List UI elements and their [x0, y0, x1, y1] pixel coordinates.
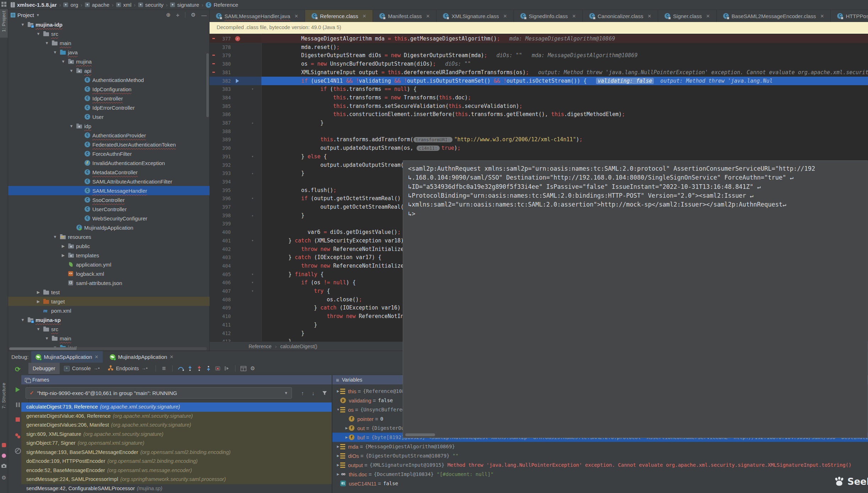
line-number[interactable]: 384 [210, 93, 231, 102]
stripe-tab-structure[interactable]: 7: Structure [1, 383, 6, 409]
step-into-icon[interactable] [185, 365, 195, 372]
line-number[interactable]: 389 [210, 135, 231, 144]
chevron-collapsed-icon[interactable]: ▶ [336, 389, 340, 393]
tab-Canonicalizer.class[interactable]: CCanonicalizer.class✕ [583, 10, 658, 22]
fold-marker-icon[interactable]: ▾ [251, 152, 254, 161]
project-tree-vscrollbar[interactable] [206, 53, 209, 117]
tree-item-test[interactable]: ▶test [8, 287, 210, 297]
debugger-settings-icon[interactable]: ⚙ [248, 365, 257, 372]
tree-item-MetadataController[interactable]: CMetadataController [8, 168, 210, 177]
frame-row[interactable]: signMessage:193, BaseSAML2MessageEncoder… [21, 448, 332, 457]
code-line-388[interactable]: 388 [210, 127, 868, 136]
tree-item-templates[interactable]: ▶templates [8, 251, 210, 260]
code-line-385[interactable]: 385this.transforms.setSecureValidation(t… [210, 102, 868, 110]
frame-row[interactable]: sendMessage:224, SAMLProcessorImpl(org.s… [21, 475, 332, 484]
camera-icon[interactable] [1, 464, 7, 469]
tree-item-public[interactable]: ▶public [8, 241, 210, 251]
chevron-expanded-icon[interactable]: ▼ [53, 235, 58, 239]
variable-row-diOs[interactable]: ▶diOs={DigesterOutputStream@10879} "" [332, 451, 868, 460]
close-icon[interactable]: ✕ [426, 13, 430, 19]
line-number[interactable]: 378 [210, 43, 231, 51]
chevron-down-icon[interactable]: ▼ [36, 13, 40, 17]
prev-frame-icon[interactable]: ↑ [298, 389, 307, 397]
line-number[interactable]: 398 [210, 211, 231, 220]
code-line-384[interactable]: 384this.transforms = new Transforms(this… [210, 93, 868, 102]
debug-session-tab-MujinaSpApplication[interactable]: MujinaSpApplication✕ [31, 351, 103, 363]
tab-Manifest.class[interactable]: CManifest.class✕ [373, 10, 436, 22]
collapse-all-icon[interactable]: ÷ [176, 12, 179, 18]
hide-panel-icon[interactable]: — [201, 12, 207, 18]
code-line-383[interactable]: 383▾if (this.transforms == null) { [210, 85, 868, 93]
settings-icon[interactable]: ⚙ [1, 475, 7, 481]
close-icon[interactable]: ✕ [503, 13, 507, 19]
fold-marker-icon[interactable]: ▴ [251, 169, 254, 177]
panel-settings-icon[interactable]: ⚙ [191, 12, 196, 18]
close-icon[interactable]: ✕ [706, 13, 710, 19]
code-line-377[interactable]: 377✓MessageDigestAlgorithm mda = this.ge… [210, 34, 868, 43]
tree-item-InvalidAuthenticationException[interactable]: InvalidAuthenticationException [8, 158, 210, 168]
line-number[interactable]: 396 [210, 194, 231, 203]
chevron-expanded-icon[interactable]: ▼ [20, 318, 25, 322]
line-number[interactable]: 405 [210, 270, 231, 279]
debugger-view-tab-Endpoints[interactable]: Endpoints→• [104, 363, 152, 374]
chevron-expanded-icon[interactable]: ▼ [36, 327, 41, 331]
chevron-collapsed-icon[interactable]: ▶ [336, 463, 340, 467]
line-number[interactable]: 397 [210, 203, 231, 211]
fold-marker-icon[interactable]: ▾ [251, 278, 254, 287]
variable-row-mda[interactable]: ▶mda={MessageDigestAlgorithm@10869} [332, 442, 868, 451]
code-line-382[interactable]: 382if (useC14N11 && !validating && !outp… [210, 77, 868, 85]
code-line-390[interactable]: 390output.updateOutputStream(os, c14n11:… [210, 144, 868, 152]
line-number[interactable]: 394 [210, 177, 231, 186]
tree-item-resources[interactable]: ▼resources [8, 232, 210, 241]
line-number[interactable]: 413 [210, 337, 231, 341]
line-number[interactable]: 404 [210, 262, 231, 270]
line-number[interactable]: 410 [210, 312, 231, 321]
tree-item-target[interactable]: ▶target [8, 297, 210, 306]
frame-row[interactable]: signObject:77, Signer(org.opensaml.xml.s… [21, 439, 332, 448]
menu-grid-icon[interactable] [1, 1, 7, 7]
line-number[interactable]: 388 [210, 127, 231, 136]
code-line-386[interactable]: 386this.constructionElement.insertBefore… [210, 110, 868, 119]
view-breakpoints-icon[interactable] [14, 432, 21, 439]
line-number[interactable]: 392 [210, 161, 231, 169]
tree-item-logback.xml[interactable]: <>logback.xml [8, 269, 210, 278]
close-icon[interactable]: ✕ [94, 354, 98, 360]
tree-item-api[interactable]: ▼api [8, 66, 210, 75]
tree-item-ForceAuthnFilter[interactable]: CForceAuthnFilter [8, 149, 210, 158]
tree-item-src[interactable]: ▼src [8, 324, 210, 334]
breadcrumb-item[interactable]: xml [116, 2, 131, 8]
thread-selector[interactable]: ✓ "http-nio-9090-exec-6"@10,661 in group… [26, 387, 292, 399]
frame-row[interactable]: encode:52, BaseMessageEncoder(org.opensa… [21, 466, 332, 475]
chevron-collapsed-icon[interactable]: ▶ [36, 299, 41, 304]
tab-SignedInfo.class[interactable]: CSignedInfo.class✕ [514, 10, 583, 22]
chevron-collapsed-icon[interactable]: ▶ [36, 290, 41, 295]
tree-item-IdpErrorController[interactable]: CIdpErrorController [8, 103, 210, 112]
frame-row[interactable]: calculateDigest:719, Reference(org.apach… [21, 402, 332, 412]
step-out-icon[interactable] [204, 365, 213, 372]
chevron-collapsed-icon[interactable]: ▶ [61, 253, 66, 258]
record-icon[interactable] [1, 443, 7, 449]
chevron-expanded-icon[interactable]: ▼ [69, 124, 74, 128]
tab-HTTPPostEncoder.class[interactable]: CHTTPPostEncoder.class✕ [831, 10, 868, 22]
pause-icon[interactable] [14, 401, 21, 408]
tree-item-WebSecurityConfigurer[interactable]: CWebSecurityConfigurer [8, 214, 210, 223]
line-number[interactable]: 403 [210, 253, 231, 262]
tree-item-FederatedUserAuthenticationToken[interactable]: CFederatedUserAuthenticationToken [8, 140, 210, 149]
layout-settings-icon[interactable]: ≡ [159, 365, 169, 372]
line-number[interactable]: 412 [210, 329, 231, 338]
code-line-381[interactable]: 381XMLSignatureInput output = this.deref… [210, 68, 868, 77]
chevron-expanded-icon[interactable]: ▼ [61, 59, 66, 64]
chevron-expanded-icon[interactable]: ▼ [44, 41, 49, 45]
tab-XMLSignature.class[interactable]: CXMLSignature.class✕ [436, 10, 514, 22]
tree-item-application.yml[interactable]: application.yml [8, 260, 210, 269]
run-to-cursor-icon[interactable] [222, 365, 232, 372]
breadcrumb-class[interactable]: Reference [249, 344, 272, 349]
code-line-391[interactable]: 391▾} else { [210, 152, 868, 161]
tree-item-mujina-sp[interactable]: ▼mujina-sp [8, 315, 210, 324]
chevron-expanded-icon[interactable]: ▼ [20, 22, 25, 27]
chevron-collapsed-icon[interactable]: ▶ [345, 436, 349, 439]
fold-marker-icon[interactable]: ▾ [251, 85, 254, 93]
line-number[interactable]: 391 [210, 152, 231, 161]
tree-item-main[interactable]: ▼main [8, 38, 210, 48]
mute-breakpoints-icon[interactable] [14, 447, 21, 454]
